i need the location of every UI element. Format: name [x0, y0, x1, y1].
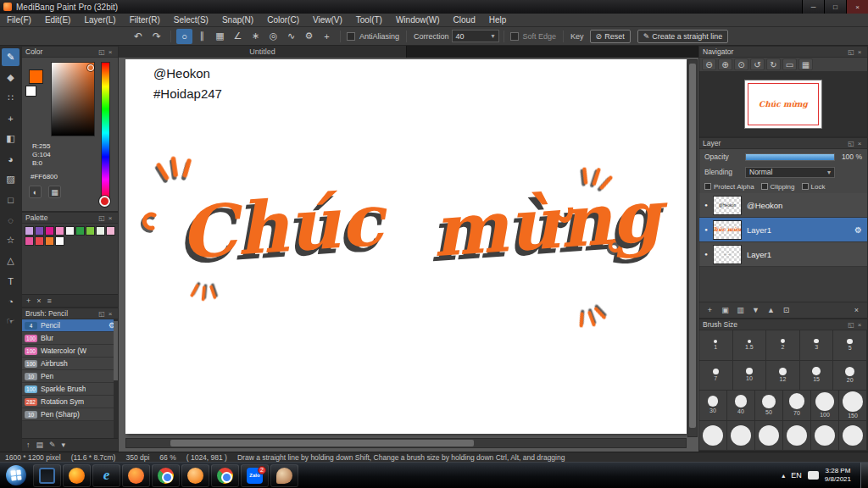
brush-tool[interactable]: ✎ — [2, 48, 19, 66]
popout-icon[interactable]: ◱ — [97, 310, 106, 318]
brush-size-40[interactable]: 40 — [727, 391, 755, 421]
start-button[interactable] — [0, 463, 32, 488]
snap-curve-icon[interactable]: ∿ — [283, 29, 299, 44]
brush-size-30[interactable]: 30 — [699, 391, 727, 421]
delete-layer-icon[interactable]: × — [851, 306, 862, 314]
menu-help[interactable]: Help — [482, 14, 514, 27]
rotate-right-icon[interactable]: ↻ — [766, 58, 781, 70]
snap-vanishing-point-icon[interactable]: ∗ — [248, 29, 264, 44]
keyboard-icon[interactable] — [808, 471, 819, 480]
taskbar-firefox[interactable] — [63, 464, 91, 487]
taskbar-window-app[interactable] — [33, 464, 61, 487]
menu-snapn[interactable]: Snap(N) — [215, 14, 260, 27]
maximize-button[interactable]: □ — [824, 0, 846, 14]
close-icon[interactable]: × — [106, 310, 114, 318]
brush-size-100[interactable]: 100 — [811, 391, 839, 421]
color-picker-marker[interactable] — [87, 64, 94, 71]
palette-swatch-5[interactable] — [75, 226, 85, 236]
fit-view-icon[interactable]: ▭ — [782, 58, 797, 70]
brush-list-scrollbar[interactable] — [114, 319, 118, 438]
antialiasing-checkbox[interactable]: AntiAliasing — [345, 32, 402, 41]
palette-swatch-8[interactable] — [106, 226, 115, 236]
brush-size-large[interactable] — [699, 421, 727, 452]
brush-size-1.5[interactable]: 1.5 — [733, 330, 767, 361]
dot-tool[interactable]: ∷ — [2, 89, 19, 107]
menu-viewv[interactable]: View(V) — [306, 14, 349, 27]
palette-swatch-0[interactable] — [25, 226, 34, 236]
zoom-reset-icon[interactable]: ⊙ — [734, 58, 748, 70]
close-icon[interactable]: × — [106, 214, 114, 222]
brush-up-icon[interactable]: ↑ — [26, 441, 31, 449]
hue-slider-marker[interactable] — [99, 196, 110, 207]
menu-filef[interactable]: File(F) — [0, 14, 38, 27]
taskbar-zalo[interactable]: Zalo2 — [241, 464, 269, 487]
edit-brush-icon[interactable]: ✎ — [49, 441, 56, 449]
visibility-icon[interactable]: ● — [699, 227, 713, 232]
soft-edge-checkbox[interactable]: Soft Edge — [509, 32, 559, 41]
navigator-thumbnail[interactable]: Chúc mừng — [744, 80, 822, 129]
taskbar-chrome-2[interactable] — [211, 464, 239, 487]
select-pen-tool[interactable]: △ — [2, 252, 19, 269]
palette-swatch-10[interactable] — [35, 236, 44, 246]
brush-size-1[interactable]: 1 — [699, 330, 733, 361]
select-tool[interactable]: □ — [2, 191, 19, 208]
bucket-tool[interactable]: ◕ — [2, 150, 19, 168]
close-icon[interactable]: × — [855, 140, 864, 147]
visibility-icon[interactable]: ● — [699, 252, 713, 257]
menu-layerl[interactable]: Layer(L) — [77, 14, 122, 27]
snap-settings-icon[interactable]: ⚙ — [301, 29, 317, 44]
layer-row-2[interactable]: ●~ ~Layer1 — [699, 242, 867, 267]
palette-swatch-7[interactable] — [96, 226, 105, 236]
brush-menu-icon[interactable]: ▾ — [62, 441, 66, 449]
foreground-color-swatch[interactable] — [29, 69, 43, 84]
palette-swatch-9[interactable] — [25, 236, 34, 246]
snap-ellipse-icon[interactable]: + — [319, 29, 335, 44]
menu-cloud[interactable]: Cloud — [447, 14, 482, 27]
layer-row-0[interactable]: ●@Heokon@Heokon — [699, 193, 867, 218]
taskbar-chrome[interactable] — [152, 464, 180, 487]
snap-grid-icon[interactable]: ▦ — [212, 29, 228, 44]
zoom-in-icon[interactable]: ⊕ — [718, 58, 732, 70]
brush-item-blur[interactable]: 100Blur — [22, 332, 118, 345]
brush-size-large[interactable] — [755, 421, 783, 452]
close-button[interactable]: × — [846, 0, 868, 14]
palette-swatch-3[interactable] — [55, 226, 64, 236]
palette-swatch-4[interactable] — [65, 226, 75, 236]
opacity-slider[interactable] — [745, 153, 835, 161]
rotate-left-icon[interactable]: ↺ — [750, 58, 765, 70]
close-icon[interactable]: × — [106, 48, 114, 56]
lock-checkbox[interactable]: Lock — [802, 183, 826, 191]
popout-icon[interactable]: ◱ — [97, 48, 106, 56]
brush-size-50[interactable]: 50 — [755, 391, 783, 421]
popout-icon[interactable]: ◱ — [97, 214, 106, 222]
clipping-checkbox[interactable]: Clipping — [761, 183, 795, 191]
palette-swatch-12[interactable] — [55, 236, 64, 246]
merge-down-icon[interactable]: ▼ — [750, 306, 761, 314]
document-tab[interactable]: Untitled — [119, 46, 407, 58]
delete-color-icon[interactable]: × — [36, 297, 41, 305]
undo-button[interactable]: ↶ — [130, 29, 147, 44]
canvas-vertical-scrollbar[interactable] — [687, 59, 698, 437]
brush-item-pen-sharp-[interactable]: 10Pen (Sharp) — [22, 408, 118, 421]
add-folder-icon[interactable]: ▣ — [720, 306, 731, 314]
brush-size-12[interactable]: 12 — [766, 361, 800, 391]
hue-slider[interactable] — [101, 62, 110, 204]
minimize-button[interactable]: ─ — [802, 0, 824, 14]
move-layer-up-icon[interactable]: ▲ — [765, 306, 776, 314]
snap-angle-icon[interactable]: ∠ — [230, 29, 246, 44]
duplicate-layer-icon[interactable]: ▥ — [735, 306, 746, 314]
clock[interactable]: 3:28 PM 9/8/2021 — [825, 467, 851, 484]
layer-menu-icon[interactable]: ⊡ — [781, 306, 792, 314]
tray-expand-icon[interactable]: ▴ — [782, 472, 785, 480]
scrollbar-thumb[interactable] — [170, 440, 474, 446]
menu-windoww[interactable]: Window(W) — [389, 14, 447, 27]
brush-item-sparkle-brush[interactable]: 100Sparkle Brush — [22, 383, 118, 396]
snap-off-icon[interactable]: ○ — [176, 29, 192, 44]
brush-item-rotation-sym[interactable]: 282Rotation Sym — [22, 396, 118, 408]
layer-settings-icon[interactable]: ⚙ — [854, 225, 862, 235]
snap-radial-icon[interactable]: ◎ — [265, 29, 281, 44]
show-desktop-button[interactable] — [860, 463, 868, 488]
popout-icon[interactable]: ◱ — [847, 48, 855, 56]
taskbar-hoidap247[interactable] — [122, 464, 150, 487]
brush-size-large[interactable] — [839, 421, 867, 452]
